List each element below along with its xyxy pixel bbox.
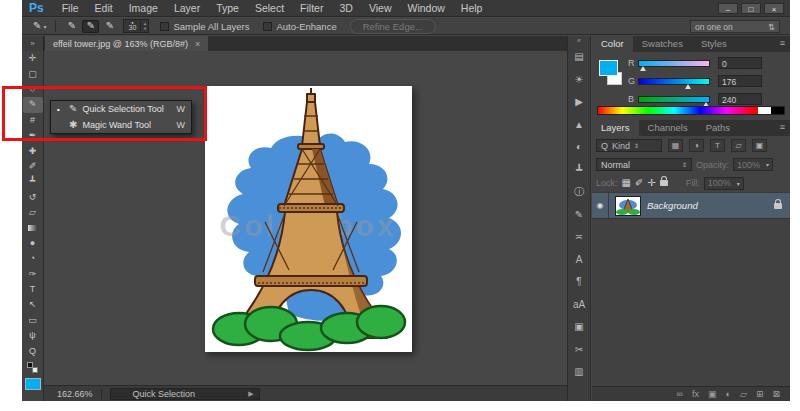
red-value-input[interactable]: 0 — [718, 57, 762, 69]
panel-layer-comps[interactable]: ▣ — [568, 316, 590, 339]
tool-move[interactable]: ✛ — [23, 51, 43, 66]
red-slider[interactable] — [638, 60, 710, 67]
document-tab[interactable]: effeil tower.jpg @ 163% (RGB/8#) × — [45, 36, 208, 51]
filter-kind-dropdown[interactable]: Q Kind ⇕ — [596, 139, 662, 152]
layer-thumbnail[interactable] — [615, 196, 641, 216]
green-value-input[interactable]: 176 — [718, 75, 762, 87]
layer-effects-icon[interactable]: fx — [692, 390, 699, 399]
menu-window[interactable]: Window — [399, 1, 452, 15]
collapse-panels-button[interactable]: « — [577, 36, 581, 46]
tool-preset-picker[interactable]: ✎ ▾ — [30, 20, 49, 32]
minimize-button[interactable]: – — [718, 3, 738, 14]
menu-filter[interactable]: Filter — [292, 1, 331, 15]
panel-notes[interactable]: ▥ — [568, 361, 590, 384]
filter-pixel-layers-button[interactable]: ▦ — [668, 139, 683, 152]
panel-clone-source[interactable]: ┻ — [568, 159, 590, 182]
menu-file[interactable]: File — [54, 1, 87, 15]
workspace-switcher[interactable]: on one on ⇅ — [690, 20, 780, 33]
panel-properties[interactable]: ▤ — [568, 46, 590, 69]
lock-all-icon[interactable] — [660, 180, 668, 186]
fill-input[interactable]: 100% ▾ — [704, 177, 744, 190]
document-canvas[interactable]: Colourbox — [205, 86, 412, 352]
menu-help[interactable]: Help — [453, 1, 491, 15]
panel-character-styles[interactable]: aA — [568, 294, 590, 317]
delete-layer-icon[interactable]: ⊠ — [772, 390, 780, 399]
auto-enhance-checkbox[interactable]: Auto-Enhance — [263, 21, 336, 32]
color-spectrum-ramp[interactable] — [597, 106, 785, 115]
new-layer-icon[interactable]: ⊞ — [756, 390, 764, 399]
panel-adjustments[interactable]: ☀ — [568, 69, 590, 92]
panel-tool-presets[interactable]: ✎ — [568, 204, 590, 227]
foreground-color-swatch[interactable] — [599, 60, 618, 76]
tool-marquee[interactable]: ▢ — [23, 66, 43, 81]
tab-channels[interactable]: Channels — [639, 120, 697, 136]
tab-color[interactable]: Color — [592, 36, 633, 52]
filter-adjustment-layers-button[interactable]: ◑ — [689, 139, 704, 152]
tab-close-icon[interactable]: × — [195, 39, 200, 49]
green-slider[interactable] — [638, 78, 710, 85]
new-selection-button[interactable]: ✎ — [63, 20, 80, 33]
panel-paragraph[interactable]: ¶ — [568, 271, 590, 294]
filter-shape-layers-button[interactable]: ▱ — [731, 139, 746, 152]
new-group-icon[interactable]: ▱ — [740, 390, 747, 399]
panel-menu-icon[interactable]: ≡ — [775, 36, 790, 52]
layer-row-background[interactable]: ◉ Background — [592, 192, 790, 219]
panel-brush-presets[interactable]: ≍ — [568, 226, 590, 249]
tool-clone-stamp[interactable]: ┻ — [23, 174, 43, 189]
toolbar-collapse-button[interactable]: » — [22, 36, 44, 51]
status-tool-indicator[interactable]: Quick Selection ▶ — [110, 388, 260, 400]
menu-edit[interactable]: Edit — [87, 1, 121, 15]
panel-menu-icon[interactable]: ≡ — [775, 120, 790, 136]
add-layer-mask-icon[interactable]: ▣ — [708, 390, 717, 399]
lock-paint-icon[interactable]: ✐ — [635, 178, 643, 188]
menu-type[interactable]: Type — [208, 1, 247, 15]
filter-type-layers-button[interactable]: T — [710, 139, 725, 152]
menu-image[interactable]: Image — [121, 1, 166, 15]
brush-size-picker[interactable]: ● 30 ▲ ▼ — [123, 19, 149, 33]
close-button[interactable]: × — [764, 3, 784, 14]
tab-styles[interactable]: Styles — [692, 36, 736, 52]
panel-masks[interactable]: ◐ — [568, 136, 590, 159]
menu-select[interactable]: Select — [247, 1, 292, 15]
sample-all-layers-checkbox[interactable]: Sample All Layers — [160, 21, 249, 32]
tool-shape[interactable]: ▭ — [23, 313, 43, 328]
new-adjustment-layer-icon[interactable]: ◐ — [726, 390, 731, 399]
tool-healing-brush[interactable]: ✚ — [23, 143, 43, 158]
menu-3d[interactable]: 3D — [331, 1, 360, 15]
tool-dodge[interactable]: ◔ — [23, 251, 43, 266]
tool-history-brush[interactable]: ↺ — [23, 190, 43, 205]
maximize-button[interactable]: □ — [741, 3, 761, 14]
panel-measurement-log[interactable]: ✂ — [568, 339, 590, 362]
refine-edge-button[interactable]: Refine Edge... — [350, 19, 436, 34]
brush-size-spinner[interactable]: ▲ ▼ — [140, 21, 148, 31]
tool-hand[interactable]: ψ — [23, 328, 43, 343]
panel-character[interactable]: A — [568, 249, 590, 272]
tool-zoom[interactable]: Q — [23, 343, 43, 358]
default-colors-icon[interactable] — [27, 362, 38, 373]
tool-type[interactable]: T — [23, 282, 43, 297]
visibility-eye-icon[interactable]: ◉ — [592, 193, 609, 218]
tool-gradient[interactable] — [23, 220, 43, 235]
zoom-level[interactable]: 162.66% — [57, 389, 93, 399]
menu-layer[interactable]: Layer — [166, 1, 208, 15]
panel-histogram[interactable]: ▲ — [568, 114, 590, 137]
subtract-from-selection-button[interactable]: ✎ — [101, 20, 118, 33]
blend-mode-dropdown[interactable]: Normal ⇕ — [596, 158, 692, 171]
panel-actions[interactable]: ▶ — [568, 91, 590, 114]
tool-eraser[interactable]: ▱ — [23, 205, 43, 220]
tool-brush[interactable]: ✐ — [23, 159, 43, 174]
link-layers-icon[interactable]: ∞ — [677, 390, 683, 399]
tab-swatches[interactable]: Swatches — [633, 36, 692, 52]
lock-position-icon[interactable]: ✛ — [647, 178, 655, 188]
blue-slider[interactable] — [638, 96, 710, 103]
tool-blur[interactable]: ● — [23, 236, 43, 251]
blue-value-input[interactable]: 240 — [718, 93, 762, 105]
tab-layers[interactable]: Layers — [592, 120, 639, 136]
menu-view[interactable]: View — [361, 1, 400, 15]
lock-transparency-icon[interactable]: ▦ — [622, 178, 631, 188]
slider-thumb[interactable] — [640, 66, 646, 71]
foreground-color-swatch[interactable] — [25, 378, 41, 390]
tab-paths[interactable]: Paths — [697, 120, 739, 136]
tool-pen[interactable]: ✑ — [23, 266, 43, 281]
filter-smart-objects-button[interactable]: ▣ — [752, 139, 767, 152]
